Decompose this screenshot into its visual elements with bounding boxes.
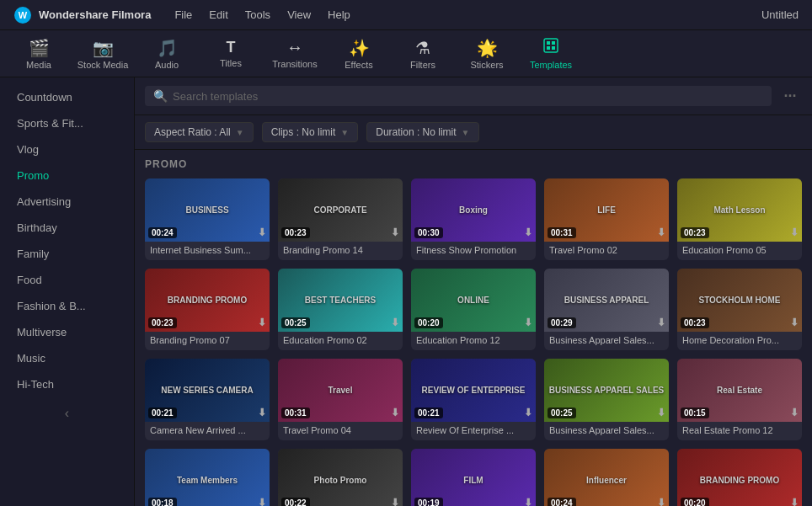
download-icon[interactable]: ⬇ xyxy=(391,226,399,238)
toolbar-titles[interactable]: T Titles xyxy=(200,34,261,74)
template-card[interactable]: Math Lesson00:23⬇Education Promo 05 xyxy=(677,178,802,260)
template-card[interactable]: NEW SERIES CAMERA00:21⬇Camera New Arrive… xyxy=(145,359,270,440)
search-options-button[interactable]: ··· xyxy=(778,84,802,108)
template-thumbnail: Influencer00:24⬇ xyxy=(544,449,669,506)
template-card[interactable]: REVIEW OF ENTERPRISE00:21⬇Review Of Ente… xyxy=(411,359,536,440)
download-icon[interactable]: ⬇ xyxy=(790,407,799,418)
template-thumbnail: Boxing00:30⬇ xyxy=(411,178,536,242)
template-card[interactable]: Boxing00:30⬇Fitness Show Promotion xyxy=(411,178,536,260)
sidebar-item-food[interactable]: Food xyxy=(0,267,134,293)
sidebar-item-multiverse[interactable]: Multiverse xyxy=(0,319,134,345)
template-duration: 00:19 xyxy=(414,498,443,506)
template-card[interactable]: BRANDING PROMO00:20⬇Branding Promo 09 xyxy=(677,449,802,506)
duration-filter[interactable]: Duration : No limit ▼ xyxy=(366,122,478,142)
template-card[interactable]: BUSINESS APPAREL SALES00:25⬇Business App… xyxy=(544,359,669,440)
download-icon[interactable]: ⬇ xyxy=(391,317,399,328)
toolbar-filters[interactable]: ⚗ Filters xyxy=(393,34,453,74)
menu-help[interactable]: Help xyxy=(328,8,350,21)
template-name: Camera New Arrived ... xyxy=(145,422,270,440)
template-thumbnail: LIFE00:31⬇ xyxy=(544,178,669,242)
aspect-ratio-filter[interactable]: Aspect Ratio : All ▼ xyxy=(145,122,254,142)
template-thumbnail: Photo Promo00:22⬇ xyxy=(278,449,403,506)
templates-label: Templates xyxy=(530,60,572,70)
toolbar-effects[interactable]: ✨ Effects xyxy=(329,34,389,74)
download-icon[interactable]: ⬇ xyxy=(391,497,399,506)
stock-media-label: Stock Media xyxy=(77,60,129,70)
sidebar-collapse[interactable]: ‹ xyxy=(0,397,134,429)
toolbar: 🎬 Media 📷 Stock Media 🎵 Audio T Titles ↔… xyxy=(0,30,812,77)
template-duration: 00:20 xyxy=(414,317,443,328)
download-icon[interactable]: ⬇ xyxy=(790,497,799,506)
download-icon[interactable]: ⬇ xyxy=(657,226,665,238)
template-duration: 00:30 xyxy=(414,227,443,238)
clips-filter[interactable]: Clips : No limit ▼ xyxy=(262,122,359,142)
svg-rect-6 xyxy=(552,46,555,50)
download-icon[interactable]: ⬇ xyxy=(524,226,532,238)
template-card[interactable]: BUSINESS00:24⬇Internet Business Sum... xyxy=(145,178,270,260)
toolbar-stock-media[interactable]: 📷 Stock Media xyxy=(72,34,133,74)
download-icon[interactable]: ⬇ xyxy=(657,497,665,506)
titlebar-left: W Wondershare Filmora File Edit Tools Vi… xyxy=(13,6,350,24)
download-icon[interactable]: ⬇ xyxy=(258,407,266,418)
template-card[interactable]: BEST TEACHERS00:25⬇Education Promo 02 xyxy=(278,269,403,350)
download-icon[interactable]: ⬇ xyxy=(524,317,532,328)
main-area: Countdown Sports & Fit... Vlog Promo Adv… xyxy=(0,77,812,506)
download-icon[interactable]: ⬇ xyxy=(790,226,799,238)
sidebar-item-countdown[interactable]: Countdown xyxy=(0,84,134,110)
toolbar-audio[interactable]: 🎵 Audio xyxy=(136,34,197,74)
duration-chevron: ▼ xyxy=(462,128,470,137)
menu-view[interactable]: View xyxy=(287,8,311,21)
toolbar-transitions[interactable]: ↔ Transitions xyxy=(264,34,325,74)
template-duration: 00:25 xyxy=(281,317,310,328)
template-card[interactable]: Influencer00:24⬇Influencer Teaser xyxy=(544,449,669,506)
template-card[interactable]: STOCKHOLM HOME00:23⬇Home Decoration Pro.… xyxy=(677,269,802,350)
sidebar-item-family[interactable]: Family xyxy=(0,241,134,267)
template-card[interactable]: ONLINE00:20⬇Education Promo 12 xyxy=(411,269,536,350)
sidebar-item-fashion[interactable]: Fashion & B... xyxy=(0,293,134,319)
template-thumbnail: Real Estate00:15⬇ xyxy=(677,359,802,422)
sidebar-item-music[interactable]: Music xyxy=(0,345,134,371)
template-card[interactable]: LIFE00:31⬇Travel Promo 02 xyxy=(544,178,669,260)
template-name: Branding Promo 07 xyxy=(145,332,270,350)
toolbar-media[interactable]: 🎬 Media xyxy=(8,34,69,74)
download-icon[interactable]: ⬇ xyxy=(391,407,399,418)
template-thumbnail: BUSINESS APPAREL SALES00:25⬇ xyxy=(544,359,669,422)
sidebar-item-birthday[interactable]: Birthday xyxy=(0,215,134,241)
sidebar-item-advertising[interactable]: Advertising xyxy=(0,189,134,215)
sidebar-item-sports[interactable]: Sports & Fit... xyxy=(0,110,134,136)
titles-label: Titles xyxy=(220,58,242,68)
download-icon[interactable]: ⬇ xyxy=(790,317,799,328)
template-card[interactable]: Photo Promo00:22⬇Promo 05 xyxy=(278,449,403,506)
download-icon[interactable]: ⬇ xyxy=(258,226,266,238)
template-thumbnail: Math Lesson00:23⬇ xyxy=(677,178,802,242)
menu-edit[interactable]: Edit xyxy=(209,8,227,21)
template-name: Review Of Enterprise ... xyxy=(411,422,536,440)
template-card[interactable]: Real Estate00:15⬇Real Estate Promo 12 xyxy=(677,359,802,440)
sidebar-item-hitech[interactable]: Hi-Tech xyxy=(0,371,134,397)
template-name: Travel Promo 02 xyxy=(544,242,669,260)
template-card[interactable]: Team Members00:18⬇Team Members xyxy=(145,449,270,506)
search-input-wrap[interactable]: 🔍 xyxy=(145,86,772,106)
sidebar-item-promo[interactable]: Promo xyxy=(0,162,134,189)
template-card[interactable]: Travel00:31⬇Travel Promo 04 xyxy=(278,359,403,440)
toolbar-templates[interactable]: Templates xyxy=(521,34,581,74)
download-icon[interactable]: ⬇ xyxy=(258,317,266,328)
template-duration: 00:21 xyxy=(148,407,177,418)
stock-media-icon: 📷 xyxy=(93,38,114,58)
template-card[interactable]: CORPORATE00:23⬇Branding Promo 14 xyxy=(278,178,403,260)
template-card[interactable]: BUSINESS APPAREL00:29⬇Business Apparel S… xyxy=(544,269,669,350)
menu-tools[interactable]: Tools xyxy=(245,8,270,21)
toolbar-stickers[interactable]: 🌟 Stickers xyxy=(457,34,517,74)
download-icon[interactable]: ⬇ xyxy=(524,497,532,506)
download-icon[interactable]: ⬇ xyxy=(524,407,532,418)
template-card[interactable]: BRANDING PROMO00:23⬇Branding Promo 07 xyxy=(145,269,270,350)
app-name: Wondershare Filmora xyxy=(39,8,151,21)
search-input[interactable] xyxy=(173,90,763,103)
download-icon[interactable]: ⬇ xyxy=(657,317,665,328)
titles-icon: T xyxy=(227,39,236,56)
download-icon[interactable]: ⬇ xyxy=(258,497,266,506)
sidebar-item-vlog[interactable]: Vlog xyxy=(0,136,134,162)
template-card[interactable]: FILM00:19⬇Film Strip Promo xyxy=(411,449,536,506)
download-icon[interactable]: ⬇ xyxy=(657,407,665,418)
menu-file[interactable]: File xyxy=(174,8,192,21)
